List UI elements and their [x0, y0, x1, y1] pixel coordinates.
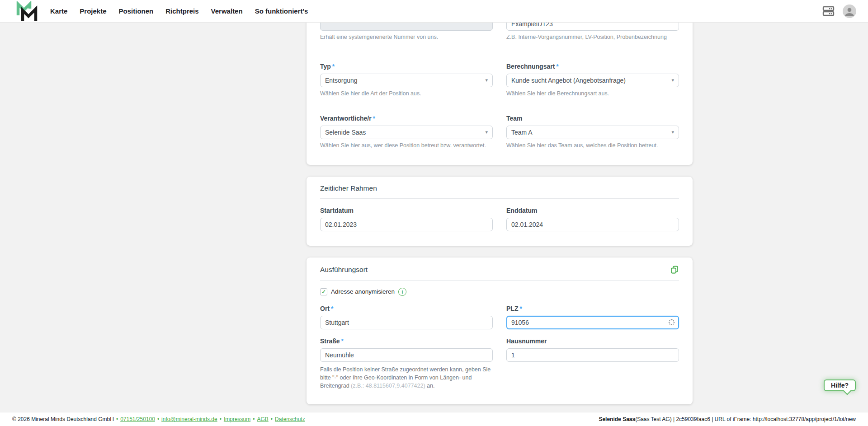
location-card: Ausführungsort ✓ Adresse anonymisieren i: [307, 257, 693, 404]
external-id-helper: Z.B. Interne-Vorgangsnummer, LV-Position…: [506, 33, 679, 41]
nav-item-verwalten[interactable]: Verwalten: [211, 7, 243, 15]
divider: [320, 198, 679, 199]
footer-company-info: © 2026 Mineral Minds Deutschland GmbH • …: [12, 416, 305, 422]
position-details-card: Erhält eine systemgenerierte Nummer von …: [307, 23, 693, 165]
nav-item-so-funktionierts[interactable]: So funktioniert's: [255, 7, 308, 15]
startdatum-input[interactable]: [320, 218, 493, 231]
location-title: Ausführungsort: [320, 266, 368, 274]
team-helper: Wählen Sie hier das Team aus, welches di…: [506, 142, 679, 150]
external-id-input[interactable]: [506, 23, 679, 31]
time-range-card: Zeitlicher Rahmen Startdatum Enddatum: [307, 177, 693, 246]
checkmark-icon: ✓: [321, 289, 326, 295]
berechnungsart-helper: Wählen Sie hier die Berechnungsart aus.: [506, 90, 679, 98]
verantwortlicher-select-value: Selenide Saas: [325, 129, 366, 136]
team-select[interactable]: Team A ▾: [506, 126, 679, 139]
time-range-title: Zeitlicher Rahmen: [320, 184, 679, 192]
anonymize-address-checkbox[interactable]: ✓: [320, 288, 327, 295]
verantwortlicher-label: Verantwortliche/r*: [320, 115, 493, 122]
chevron-down-icon: ▾: [485, 129, 488, 135]
enddatum-input[interactable]: [506, 218, 679, 231]
strasse-helper: Falls die Position keiner Straße zugeord…: [320, 365, 495, 390]
copy-icon[interactable]: [670, 265, 679, 274]
navbar-right: [822, 5, 856, 18]
impressum-link[interactable]: Impressum: [224, 416, 250, 422]
enddatum-label: Enddatum: [506, 207, 679, 214]
berechnungsart-label: Berechnungsart*: [506, 63, 679, 70]
typ-helper: Wählen Sie hier die Art der Position aus…: [320, 90, 493, 98]
datenschutz-link[interactable]: Datenschutz: [275, 416, 305, 422]
system-number-input: [320, 23, 493, 31]
nav-item-projekte[interactable]: Projekte: [80, 7, 106, 15]
mineral-minds-logo[interactable]: [16, 1, 39, 21]
server-icon[interactable]: [822, 5, 835, 17]
email-link[interactable]: info@mineral-minds.de: [161, 416, 217, 422]
info-icon[interactable]: i: [398, 288, 406, 296]
nav-item-richtpreis[interactable]: Richtpreis: [165, 7, 198, 15]
typ-select-value: Entsorgung: [325, 77, 358, 84]
footer-session-details: (Saas Test AG) | 2c59039faac6 | URL of i…: [635, 416, 856, 422]
berechnungsart-select[interactable]: Kunde sucht Angebot (Angebotsanfrage) ▾: [506, 74, 679, 87]
strasse-input[interactable]: [320, 348, 493, 362]
ort-input[interactable]: [320, 316, 493, 329]
hausnummer-label: Hausnummer: [506, 337, 679, 345]
user-avatar-icon[interactable]: [843, 5, 856, 18]
typ-select[interactable]: Entsorgung ▾: [320, 74, 493, 87]
help-button[interactable]: Hilfe?: [824, 379, 856, 391]
berechnungsart-select-value: Kunde sucht Angebot (Angebotsanfrage): [511, 77, 626, 84]
startdatum-label: Startdatum: [320, 207, 493, 214]
chevron-down-icon: ▾: [671, 129, 674, 135]
anonymize-address-label: Adresse anonymisieren: [331, 288, 395, 295]
required-mark: *: [331, 305, 333, 312]
chevron-down-icon: ▾: [485, 77, 488, 83]
team-label: Team: [506, 115, 679, 122]
footer-user-name: Selenide Saas: [599, 416, 635, 422]
required-mark: *: [519, 305, 522, 312]
nav-item-karte[interactable]: Karte: [50, 7, 67, 15]
footer-session-info: Selenide Saas (Saas Test AG) | 2c59039fa…: [599, 416, 856, 422]
verantwortlicher-select[interactable]: Selenide Saas ▾: [320, 126, 493, 139]
plz-input[interactable]: [506, 316, 679, 329]
ort-label: Ort*: [320, 305, 493, 312]
copyright-text: © 2026 Mineral Minds Deutschland GmbH: [12, 416, 114, 422]
team-select-value: Team A: [511, 129, 533, 136]
strasse-label: Straße*: [320, 337, 493, 345]
nav-item-positionen[interactable]: Positionen: [119, 7, 154, 15]
chevron-down-icon: ▾: [671, 77, 674, 83]
phone-link[interactable]: 07151/250100: [120, 416, 155, 422]
required-mark: *: [373, 115, 375, 122]
page-content: Erhält eine systemgenerierte Nummer von …: [0, 23, 868, 412]
logo-icon: [16, 1, 39, 21]
required-mark: *: [341, 337, 344, 345]
main-nav: Karte Projekte Positionen Richtpreis Ver…: [50, 7, 308, 15]
typ-label: Typ*: [320, 63, 493, 70]
hausnummer-input[interactable]: [506, 348, 679, 362]
system-number-helper: Erhält eine systemgenerierte Nummer von …: [320, 33, 493, 41]
top-navbar: Karte Projekte Positionen Richtpreis Ver…: [0, 0, 868, 23]
required-mark: *: [556, 63, 558, 70]
required-mark: *: [332, 63, 335, 70]
verantwortlicher-helper: Wählen Sie hier aus, wer diese Position …: [320, 142, 493, 150]
page-footer: © 2026 Mineral Minds Deutschland GmbH • …: [0, 412, 868, 426]
agb-link[interactable]: AGB: [257, 416, 268, 422]
plz-label: PLZ*: [506, 305, 679, 312]
divider: [320, 280, 679, 281]
loading-spinner-icon: [669, 319, 675, 325]
